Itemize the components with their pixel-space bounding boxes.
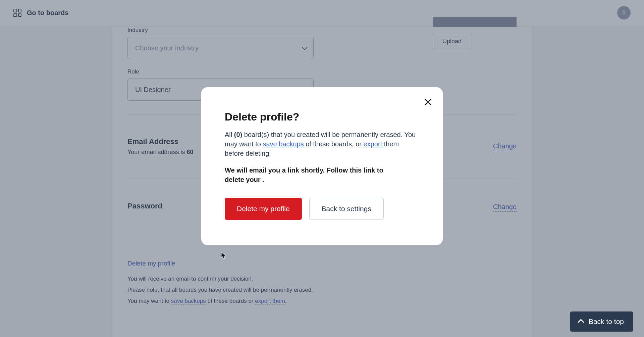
back-to-top-button[interactable]: Back to top	[570, 311, 633, 332]
cursor-icon	[221, 252, 227, 259]
delete-my-profile-button[interactable]: Delete my profile	[225, 198, 302, 220]
delete-profile-modal: Delete profile? All (0) board(s) that yo…	[201, 87, 443, 245]
modal-emphasis: We will email you a link shortly. Follow…	[225, 165, 386, 184]
modal-title: Delete profile?	[225, 111, 419, 123]
modal-export-link[interactable]: export	[364, 140, 382, 148]
modal-save-backups-link[interactable]: save backups	[263, 140, 304, 148]
back-to-settings-button[interactable]: Back to settings	[309, 198, 384, 220]
chevron-up-icon	[578, 319, 584, 326]
modal-actions: Delete my profile Back to settings	[225, 198, 419, 220]
close-icon	[424, 98, 432, 106]
modal-body: All (0) board(s) that you created will b…	[225, 130, 419, 158]
back-to-top-label: Back to top	[589, 318, 624, 326]
close-button[interactable]	[423, 97, 433, 107]
